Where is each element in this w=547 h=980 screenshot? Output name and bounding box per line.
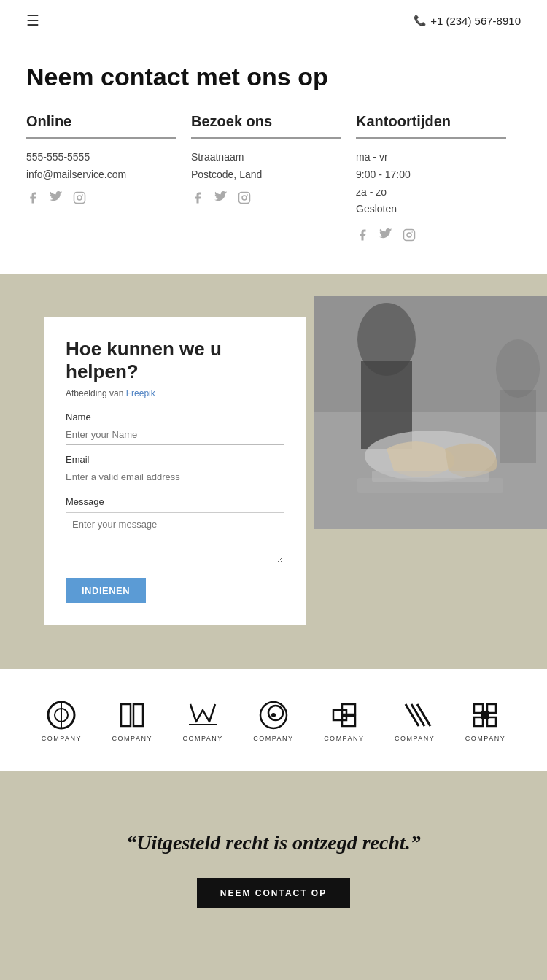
logo-label-4: COMPANY (253, 735, 293, 742)
message-label: Message (66, 496, 284, 507)
logo-symbol-1 (44, 698, 78, 732)
twitter-icon[interactable] (50, 191, 66, 207)
logo-label-1: COMPANY (42, 735, 82, 742)
visit-postcode: Postcode, Land (191, 166, 341, 184)
hero-image (314, 296, 547, 529)
svg-rect-16 (372, 471, 489, 482)
header: ☰ 📞 +1 (234) 567-8910 (0, 0, 547, 41)
svg-rect-3 (239, 192, 250, 203)
divider-visit (191, 137, 341, 139)
svg-point-7 (407, 233, 411, 237)
svg-point-8 (411, 231, 413, 233)
logo-label-2: COMPANY (112, 735, 152, 742)
svg-rect-22 (121, 704, 131, 726)
visit-heading: Bezoek ons (191, 113, 341, 130)
svg-point-1 (77, 196, 82, 200)
online-email: info@mailservice.com (26, 166, 176, 184)
logos-section: COMPANY COMPANY COMPANY (0, 669, 547, 771)
handshake-illustration (314, 296, 547, 529)
form-heading: Hoe kunnen we u helpen? (66, 338, 284, 383)
logo-svg-4 (257, 698, 290, 732)
svg-point-27 (271, 713, 276, 717)
online-phone: 555-555-5555 (26, 149, 176, 166)
svg-rect-18 (500, 390, 536, 463)
phone-number: +1 (234) 567-8910 (430, 15, 521, 27)
phone-link[interactable]: 📞 +1 (234) 567-8910 (414, 15, 521, 27)
svg-rect-23 (133, 704, 143, 726)
logo-symbol-2 (115, 698, 149, 732)
logo-svg-5 (327, 698, 361, 732)
logo-symbol-5 (327, 698, 361, 732)
logo-item-2: COMPANY (112, 698, 152, 742)
logo-item-3: COMPANY (182, 698, 222, 742)
logo-svg-6 (398, 698, 432, 732)
online-heading: Online (26, 113, 176, 130)
submit-button[interactable]: INDIENEN (66, 578, 146, 603)
hours-weekday-time: 9:00 - 17:00 (356, 166, 506, 184)
photo-credit: Afbeelding van Freepik (66, 388, 284, 398)
facebook-icon[interactable] (26, 191, 42, 207)
visit-street: Straatnaam (191, 149, 341, 166)
contact-col-online: Online 555-555-5555 info@mailservice.com (26, 113, 191, 244)
logo-item-7: COMPANY (465, 698, 505, 742)
form-card: Hoe kunnen we u helpen? Afbeelding van F… (44, 317, 306, 625)
page-title: Neem contact met ons op (26, 63, 521, 91)
contact-col-hours: Kantoortijden ma - vr 9:00 - 17:00 za - … (356, 113, 521, 244)
svg-rect-38 (481, 711, 489, 719)
svg-rect-6 (404, 230, 415, 241)
svg-rect-0 (74, 192, 85, 203)
quote-text: “Uitgesteld recht is ontzegd recht.” (26, 830, 521, 856)
logo-label-6: COMPANY (395, 735, 435, 742)
hours-social-icons (356, 228, 506, 244)
hours-weekend: za - zo (356, 184, 506, 201)
divider-online (26, 137, 176, 139)
svg-point-2 (82, 194, 83, 196)
logo-symbol-7 (468, 698, 502, 732)
phone-icon: 📞 (414, 15, 426, 26)
cta-button[interactable]: NEEM CONTACT OP (197, 878, 350, 908)
hours-weekend-status: Gesloten (356, 201, 506, 218)
facebook-icon-3[interactable] (356, 228, 372, 244)
beige-inner: Hoe kunnen we u helpen? Afbeelding van F… (0, 274, 547, 668)
logo-svg-1 (44, 698, 78, 732)
logo-symbol-6 (398, 698, 432, 732)
contact-section: Neem contact met ons op Online 555-555-5… (0, 41, 547, 274)
logo-svg-2 (115, 698, 149, 732)
email-input[interactable] (66, 467, 284, 487)
divider-line (26, 938, 521, 938)
twitter-icon-2[interactable] (214, 191, 230, 207)
logo-item-6: COMPANY (395, 698, 435, 742)
message-input[interactable] (66, 512, 284, 563)
logo-label-3: COMPANY (182, 735, 222, 742)
logo-symbol-4 (257, 698, 290, 732)
svg-point-4 (242, 196, 247, 200)
logo-svg-7 (468, 698, 502, 732)
contact-col-visit: Bezoek ons Straatnaam Postcode, Land (191, 113, 356, 244)
instagram-icon-3[interactable] (403, 228, 419, 244)
svg-point-17 (496, 339, 540, 398)
contact-columns: Online 555-555-5555 info@mailservice.com… (26, 113, 521, 244)
logo-item-5: COMPANY (324, 698, 364, 742)
visit-social-icons (191, 191, 341, 207)
facebook-icon-2[interactable] (191, 191, 207, 207)
hours-weekday: ma - vr (356, 149, 506, 166)
instagram-icon-2[interactable] (238, 191, 254, 207)
instagram-icon[interactable] (73, 191, 89, 207)
svg-point-5 (247, 194, 248, 196)
twitter-icon-3[interactable] (379, 228, 395, 244)
logo-item-4: COMPANY (253, 698, 293, 742)
logo-symbol-3 (186, 698, 220, 732)
freepik-link[interactable]: Freepik (126, 388, 155, 398)
email-label: Email (66, 454, 284, 465)
divider-hours (356, 137, 506, 139)
online-social-icons (26, 191, 176, 207)
logo-label-5: COMPANY (324, 735, 364, 742)
logo-svg-3 (186, 698, 220, 732)
beige-section: Hoe kunnen we u helpen? Afbeelding van F… (0, 274, 547, 668)
name-label: Name (66, 412, 284, 423)
svg-point-26 (268, 706, 283, 720)
hamburger-menu[interactable]: ☰ (26, 12, 39, 29)
quote-section: “Uitgesteld recht is ontzegd recht.” NEE… (0, 771, 547, 980)
logo-label-7: COMPANY (465, 735, 505, 742)
name-input[interactable] (66, 425, 284, 445)
